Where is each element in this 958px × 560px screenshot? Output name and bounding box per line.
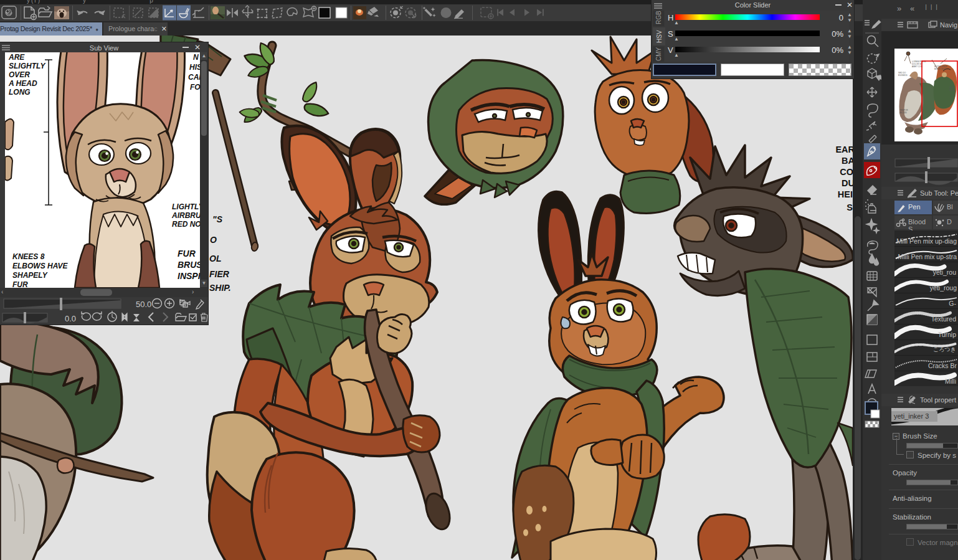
svg-text:O: O xyxy=(210,235,217,245)
svg-text:Milli: Milli xyxy=(945,377,956,385)
svg-text:EIUSMOD: EIUSMOD xyxy=(898,74,908,77)
svg-text:FIER: FIER xyxy=(209,269,230,279)
svg-text:MORE TEXT: MORE TEXT xyxy=(934,68,946,70)
svg-text:SHAPELY: SHAPELY xyxy=(12,271,48,280)
svg-text:OVER: OVER xyxy=(9,70,30,79)
svg-text:Cracks Br: Cracks Br xyxy=(928,362,957,369)
svg-text:AIRBRUS: AIRBRUS xyxy=(171,211,200,220)
svg-text:CMY: CMY xyxy=(655,47,662,61)
svg-text:FUR: FUR xyxy=(12,280,28,288)
svg-text:BA: BA xyxy=(842,156,853,166)
svg-text:ELBOWS HAVE: ELBOWS HAVE xyxy=(12,262,68,270)
svg-text:CO: CO xyxy=(840,167,853,177)
svg-text:yeti_rou: yeti_rou xyxy=(933,268,957,276)
svg-text:HSV: HSV xyxy=(656,30,663,43)
svg-text:S: S xyxy=(847,202,853,212)
svg-text:LONG: LONG xyxy=(9,88,31,97)
svg-text:OL: OL xyxy=(209,254,221,263)
svg-text:HIS: HIS xyxy=(189,63,200,72)
svg-text:A HEAD: A HEAD xyxy=(8,79,37,88)
svg-text:Turnip: Turnip xyxy=(938,331,957,338)
svg-text:G-: G- xyxy=(949,300,956,307)
svg-text:N: N xyxy=(193,53,199,62)
svg-text:"S: "S xyxy=(212,214,223,224)
svg-text:FO: FO xyxy=(190,83,200,92)
svg-text:DU: DU xyxy=(842,178,853,188)
svg-text:50.0: 50.0 xyxy=(136,300,151,309)
svg-text:ARE: ARE xyxy=(8,53,25,62)
svg-text:RED NOS: RED NOS xyxy=(172,220,200,229)
svg-text:KNEES 8: KNEES 8 xyxy=(12,252,45,261)
svg-text:Sub Tool: Pen: Sub Tool: Pen xyxy=(920,189,958,197)
svg-text:Textured: Textured xyxy=(931,315,956,323)
svg-text:CAN: CAN xyxy=(188,73,200,82)
svg-text:0.0: 0.0 xyxy=(65,314,76,323)
svg-text:INCIDID: INCIDID xyxy=(899,112,908,114)
svg-text:Milli Pen mix up-stra: Milli Pen mix up-stra xyxy=(898,253,957,260)
svg-text:NOTE: NOTE xyxy=(949,89,955,92)
svg-text:EAR: EAR xyxy=(835,145,853,154)
svg-text:HEI: HEI xyxy=(838,189,853,199)
svg-text:Navig: Navig xyxy=(940,21,957,29)
svg-text:BRUSH: BRUSH xyxy=(178,260,200,270)
svg-text:LIGHTLY: LIGHTLY xyxy=(172,202,200,211)
svg-text:Tool propert: Tool propert xyxy=(920,396,956,404)
svg-text:yeti_roug: yeti_roug xyxy=(930,284,957,292)
svg-text:ころつき: ころつき xyxy=(933,346,956,353)
svg-text:AMET CON: AMET CON xyxy=(912,65,922,68)
svg-text:SLIGHTLY: SLIGHTLY xyxy=(9,62,45,70)
svg-text:SHIP.: SHIP. xyxy=(209,283,231,293)
svg-text:INSPIR: INSPIR xyxy=(178,271,200,281)
svg-text:FUR: FUR xyxy=(178,249,196,259)
svg-text:Milli Pen mix up-diag: Milli Pen mix up-diag xyxy=(896,237,957,245)
svg-text:RGB: RGB xyxy=(655,11,662,24)
